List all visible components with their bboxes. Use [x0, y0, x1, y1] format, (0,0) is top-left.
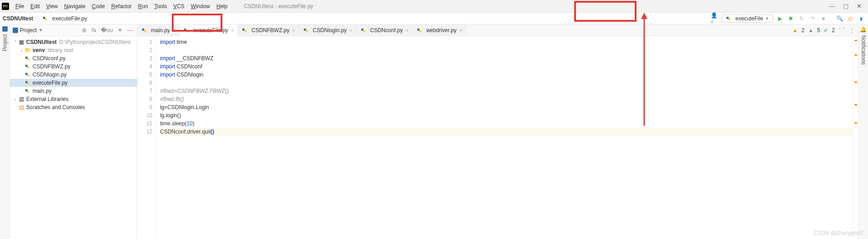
project-panel-header: Project ▼ ⊕ ⇆ �ου ✶ —: [10, 24, 137, 36]
menu-refactor[interactable]: Refactor: [108, 2, 134, 10]
tab-CSDNlogin-py[interactable]: CSDNlogin.py×: [299, 24, 357, 36]
close-tab-icon[interactable]: ×: [406, 28, 408, 33]
tree-root[interactable]: ˅▦CSDNUItestD:\Pythonproject\CSDNUItest: [10, 38, 137, 46]
tree-external-libraries[interactable]: ›▥External Libraries: [10, 95, 137, 103]
settings-button[interactable]: ✶: [116, 27, 124, 33]
inspection-widget[interactable]: ▲2 ▲5 ✔2 ˄ ˅ ⋮: [789, 24, 858, 36]
close-button[interactable]: ✕: [857, 3, 862, 10]
python-file-icon: [141, 28, 147, 33]
breadcrumb: CSDNUItest 〉 executeFile.py: [3, 14, 87, 22]
ide-features-button[interactable]: ◗: [857, 14, 865, 23]
run-button[interactable]: ▶: [776, 14, 784, 23]
stop-button[interactable]: ■: [819, 14, 827, 23]
title-bar: PC FileEditViewNavigateCodeRefactorRunTo…: [0, 0, 868, 13]
tree-file-executeFile-py[interactable]: executeFile.py: [10, 79, 137, 87]
close-tab-icon[interactable]: ×: [459, 28, 462, 33]
project-tree[interactable]: ˅▦CSDNUItestD:\Pythonproject\CSDNUItest›…: [10, 36, 137, 113]
right-tool-strip: 🔔 Notifications: [858, 24, 868, 239]
menu-view[interactable]: View: [43, 2, 61, 10]
menu-edit[interactable]: Edit: [28, 2, 42, 10]
python-file-icon: [726, 16, 732, 21]
close-tab-icon[interactable]: ×: [349, 28, 352, 33]
code-content[interactable]: import time import __CSDNFBWZimport CSDN…: [156, 36, 853, 239]
menu-window[interactable]: Window: [188, 2, 213, 10]
project-tool-label[interactable]: Project: [2, 34, 8, 51]
project-panel-title[interactable]: Project ▼: [13, 27, 79, 33]
tab-list-button[interactable]: ⋮: [849, 27, 854, 33]
main-area: Project Project ▼ ⊕ ⇆ �ου ✶ — ˅▦CSDNUIte…: [0, 24, 868, 239]
chevron-down-icon: ▼: [765, 16, 769, 21]
line-gutter: 123456789101112: [137, 36, 156, 239]
python-file-icon: [303, 28, 309, 33]
python-file-icon: [360, 28, 367, 33]
tab-executeFile-py[interactable]: executeFile.py×: [179, 25, 238, 36]
tree-file-CSDNlogin-py[interactable]: CSDNlogin.py: [10, 71, 137, 79]
left-tool-strip: Project: [0, 24, 10, 239]
project-panel: Project ▼ ⊕ ⇆ �ου ✶ — ˅▦CSDNUItestD:\Pyt…: [10, 24, 137, 239]
notifications-tool-label[interactable]: Notifications: [860, 35, 867, 65]
menu-tools[interactable]: Tools: [151, 2, 170, 10]
project-tool-icon[interactable]: [2, 26, 8, 32]
error-stripe[interactable]: [853, 36, 858, 239]
close-tab-icon[interactable]: ×: [292, 28, 295, 33]
tree-file-CSDNconf-py[interactable]: CSDNconf.py: [10, 54, 137, 62]
tab-webdriver-py[interactable]: webdriver.py×: [413, 24, 467, 36]
close-tab-icon[interactable]: ×: [231, 28, 234, 33]
tree-scratches[interactable]: ▤Scratches and Consoles: [10, 103, 137, 111]
notifications-icon[interactable]: 🔔: [860, 26, 867, 33]
search-everywhere-button[interactable]: 🔍: [835, 14, 844, 23]
weak-warning-icon: ▲: [808, 27, 813, 33]
ok-icon: ✔: [824, 27, 828, 33]
expand-all-button[interactable]: ⇆: [90, 27, 98, 33]
nav-bar: CSDNUItest 〉 executeFile.py 👤▾ executeFi…: [0, 13, 868, 24]
tab-CSDNFBWZ-py[interactable]: CSDNFBWZ.py×: [238, 24, 299, 36]
tree-venv[interactable]: ›📁venvlibrary root: [10, 46, 137, 54]
collapse-all-button[interactable]: �ου: [99, 27, 114, 33]
warning-icon: ▲: [793, 27, 798, 33]
debug-button[interactable]: ✱: [787, 14, 795, 23]
profile-button[interactable]: ↷: [808, 14, 816, 23]
breadcrumb-separator: 〉: [35, 14, 40, 22]
window-title: CSDNUItest - executeFile.py: [230, 3, 829, 10]
breadcrumb-file[interactable]: executeFile.py: [42, 15, 87, 22]
python-file-icon: [241, 28, 248, 33]
hide-button[interactable]: —: [126, 27, 134, 33]
run-config-selector[interactable]: executeFile ▼: [722, 14, 773, 23]
menu-run[interactable]: Run: [135, 2, 151, 10]
minimize-button[interactable]: —: [829, 3, 835, 10]
tree-file-main-py[interactable]: main.py: [10, 87, 137, 95]
python-file-icon: [416, 28, 423, 33]
menu-code[interactable]: Code: [89, 2, 108, 10]
add-user-icon[interactable]: 👤▾: [711, 14, 719, 23]
run-with-coverage-button[interactable]: ↻: [797, 14, 806, 23]
watermark: CSDN @Zhangah07: [814, 230, 863, 236]
select-opened-file-button[interactable]: ⊕: [80, 27, 88, 33]
tab-CSDNconf-py[interactable]: CSDNconf.py×: [357, 24, 413, 36]
chevron-up-down-icon[interactable]: ˄ ˅: [839, 27, 845, 33]
app-icon: PC: [2, 3, 9, 10]
editor-tabs: main.py×executeFile.py×CSDNFBWZ.py×CSDNl…: [137, 24, 858, 36]
code-editor[interactable]: 123456789101112 import time import __CSD…: [137, 36, 858, 239]
close-tab-icon[interactable]: ×: [173, 28, 175, 33]
tab-main-py[interactable]: main.py×: [137, 24, 179, 36]
menu-file[interactable]: File: [13, 2, 27, 10]
window-controls: — ▢ ✕: [829, 3, 866, 10]
python-file-icon: [42, 16, 48, 21]
main-menu: FileEditViewNavigateCodeRefactorRunTools…: [13, 2, 230, 10]
ide-updates-button[interactable]: ◴: [846, 14, 854, 23]
tree-file-CSDNFBWZ-py[interactable]: CSDNFBWZ.py: [10, 62, 137, 71]
maximize-button[interactable]: ▢: [843, 3, 849, 10]
run-toolbar: 👤▾ executeFile ▼ ▶ ✱ ↻ ↷ ■ 🔍 ◴ ◗: [711, 13, 865, 24]
breadcrumb-project[interactable]: CSDNUItest: [3, 15, 33, 22]
menu-navigate[interactable]: Navigate: [61, 2, 88, 10]
editor-area: main.py×executeFile.py×CSDNFBWZ.py×CSDNl…: [137, 24, 858, 239]
python-file-icon: [183, 28, 189, 33]
menu-help[interactable]: Help: [214, 2, 231, 10]
menu-vcs[interactable]: VCS: [170, 2, 187, 10]
